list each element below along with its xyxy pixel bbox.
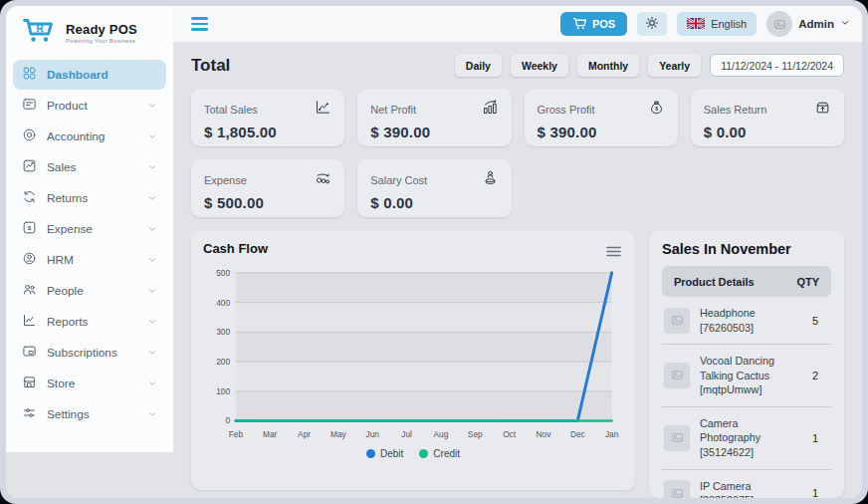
product-name: Headphone [76260503] <box>700 306 791 335</box>
sidebar-item-label: Settings <box>47 407 137 421</box>
stat-cards: Total Sales $ 1,805.00 Net Profit $ 390.… <box>191 89 844 217</box>
sales-row: Camera Photography [35124622] 1 <box>662 407 831 470</box>
chevron-down-icon <box>147 409 157 419</box>
user-menu[interactable]: Admin <box>766 11 850 37</box>
sidebar-item-product[interactable]: Product <box>13 91 166 121</box>
cashflow-title: Cash Flow <box>203 241 268 256</box>
hrm-icon <box>22 251 37 270</box>
chevron-down-icon <box>147 131 157 141</box>
sales-row: IP Camera [33252675] 1 <box>662 470 831 499</box>
people-icon <box>22 282 37 301</box>
stat-card-salary-cost: Salary Cost $ 0.00 <box>357 159 511 217</box>
svg-text:Apr: Apr <box>298 429 311 439</box>
svg-text:$: $ <box>655 107 658 112</box>
sidebar-item-people[interactable]: People <box>13 276 166 306</box>
stat-label: Expense <box>204 174 247 186</box>
sidebar: R Ready POS Powering Your Business Dashb… <box>6 6 173 452</box>
sidebar-item-hrm[interactable]: HRM <box>13 245 166 275</box>
cashflow-chart: 0100200300400500FebMarAprMayJunJulAugSep… <box>203 265 623 446</box>
chevron-down-icon <box>147 193 157 203</box>
stat-value: $ 0.00 <box>370 194 498 211</box>
product-thumbnail-icon <box>664 425 690 451</box>
chart-line-icon <box>315 99 331 120</box>
settings-icon <box>22 405 37 424</box>
svg-text:Nov: Nov <box>537 429 552 439</box>
sidebar-item-label: HRM <box>47 253 137 267</box>
stat-card-sales-return: Sales Return $ 0.00 <box>691 89 844 146</box>
theme-toggle-button[interactable] <box>637 12 667 36</box>
chart-menu-icon[interactable] <box>604 241 623 263</box>
stat-card-total-sales: Total Sales $ 1,805.00 <box>191 89 344 146</box>
sidebar-item-dashboard[interactable]: Dashboard <box>13 60 166 90</box>
filter-weekly-button[interactable]: Weekly <box>511 54 568 77</box>
returns-icon <box>22 189 37 208</box>
summary-header: Total DailyWeeklyMonthlyYearly 11/12/202… <box>191 54 844 77</box>
product-qty: 2 <box>801 370 829 381</box>
svg-text:200: 200 <box>216 357 230 367</box>
svg-text:May: May <box>330 429 347 439</box>
chevron-down-icon <box>147 378 157 388</box>
legend-label: Debit <box>380 448 403 459</box>
pos-button[interactable]: POS <box>560 12 627 36</box>
chevron-down-icon <box>147 224 157 234</box>
stat-value: $ 390.00 <box>370 124 498 140</box>
pos-button-label: POS <box>592 18 615 30</box>
bar-growth-icon <box>482 99 499 120</box>
store-icon <box>22 375 37 393</box>
svg-text:Jun: Jun <box>366 429 380 439</box>
sales-table-header: Product Details QTY <box>662 266 831 297</box>
svg-text:Sep: Sep <box>468 429 483 439</box>
sidebar-item-expense[interactable]: $ Expense <box>13 214 166 244</box>
brand-logo[interactable]: R Ready POS Powering Your Business <box>6 6 173 56</box>
dashboard-grid-icon <box>22 66 37 85</box>
sidebar-item-store[interactable]: Store <box>13 369 166 398</box>
language-selector[interactable]: English <box>677 12 757 36</box>
hamburger-menu-button[interactable] <box>187 13 212 34</box>
sun-icon <box>645 16 659 33</box>
sidebar-item-settings[interactable]: Settings <box>13 399 166 429</box>
filter-daily-button[interactable]: Daily <box>455 54 502 77</box>
svg-text:$: $ <box>28 224 32 231</box>
svg-text:Feb: Feb <box>229 429 244 439</box>
chevron-down-icon <box>147 348 157 358</box>
stat-label: Sales Return <box>704 104 767 116</box>
coins-expense-icon <box>315 169 331 190</box>
sales-icon <box>22 158 37 177</box>
filter-monthly-button[interactable]: Monthly <box>577 54 639 77</box>
legend-item-debit[interactable]: Debit <box>366 448 403 459</box>
product-thumbnail-icon <box>664 480 690 498</box>
chevron-down-icon <box>840 18 850 30</box>
sidebar-item-reports[interactable]: Reports <box>13 307 166 337</box>
sidebar-item-returns[interactable]: Returns <box>13 183 166 213</box>
sidebar-item-accounting[interactable]: Accounting <box>13 122 166 151</box>
salary-icon <box>482 169 499 190</box>
filter-yearly-button[interactable]: Yearly <box>648 54 701 77</box>
sidebar-item-subscriptions[interactable]: Subscriptions <box>13 338 166 368</box>
logo-title: Ready POS <box>66 22 137 37</box>
sidebar-item-label: Subscriptions <box>47 346 137 360</box>
avatar <box>766 11 792 37</box>
expense-icon: $ <box>22 220 37 239</box>
cart-logo-icon: R <box>22 17 58 48</box>
svg-text:Aug: Aug <box>434 429 449 439</box>
stat-value: $ 500.00 <box>204 194 331 211</box>
chevron-down-icon <box>147 255 157 265</box>
product-name: IP Camera [33252675] <box>700 479 791 499</box>
legend-item-credit[interactable]: Credit <box>419 448 460 459</box>
window-frame: R Ready POS Powering Your Business Dashb… <box>0 0 868 504</box>
app-window: R Ready POS Powering Your Business Dashb… <box>6 6 862 498</box>
topbar: POS English Admin <box>173 6 862 42</box>
subscriptions-icon <box>22 344 37 363</box>
chevron-down-icon <box>147 286 157 296</box>
user-name: Admin <box>798 18 834 30</box>
sidebar-item-sales[interactable]: Sales <box>13 152 166 182</box>
sidebar-item-label: Product <box>47 99 137 113</box>
sales-panel-title: Sales In November <box>662 241 831 257</box>
reports-icon <box>22 313 37 332</box>
product-name: Vocoal Dancing Talking Cactus [mqtpUmww] <box>700 354 791 397</box>
svg-text:Mar: Mar <box>263 429 278 439</box>
date-range-input[interactable]: 11/12/2024 - 11/12/2024 <box>710 54 844 77</box>
stat-label: Salary Cost <box>370 174 427 186</box>
legend-label: Credit <box>433 448 460 459</box>
sales-row: Headphone [76260503] 5 <box>662 297 831 345</box>
